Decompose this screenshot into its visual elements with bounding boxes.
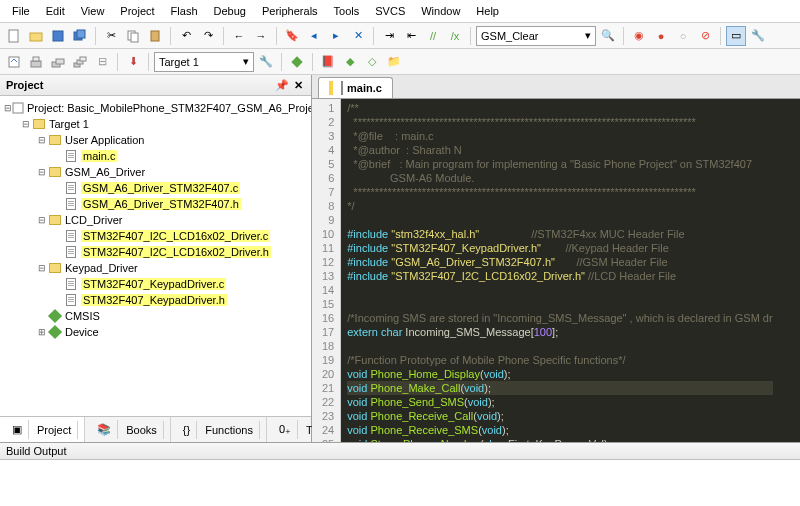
tree-group-lcd-driver[interactable]: ⊟LCD_Driver [0, 212, 311, 228]
tree-root[interactable]: ⊟Project: Basic_MobilePhone_STM32F407_GS… [0, 100, 311, 116]
code-line[interactable]: /** [347, 101, 772, 115]
target-options-button[interactable]: 🔧 [256, 52, 276, 72]
code-line[interactable]: void Phone_Receive_Call(void); [347, 409, 772, 423]
tree-group-gsm-a6-driver[interactable]: ⊟GSM_A6_Driver [0, 164, 311, 180]
copy-button[interactable] [123, 26, 143, 46]
nav-back-button[interactable]: ← [229, 26, 249, 46]
code-line[interactable]: void Phone_Receive_SMS(void); [347, 423, 772, 437]
code-line[interactable] [347, 339, 772, 353]
window-button[interactable]: ▭ [726, 26, 746, 46]
new-file-button[interactable] [4, 26, 24, 46]
panel-tab-books[interactable]: 📚Books [85, 417, 171, 442]
menu-svcs[interactable]: SVCS [367, 2, 413, 20]
rebuild-button[interactable] [48, 52, 68, 72]
menu-window[interactable]: Window [413, 2, 468, 20]
tree-file[interactable]: GSM_A6_Driver_STM32F407.c [0, 180, 311, 196]
tree-extra-device[interactable]: ⊞Device [0, 324, 311, 340]
bookmark-next-button[interactable]: ▸ [326, 26, 346, 46]
undo-button[interactable]: ↶ [176, 26, 196, 46]
config-button[interactable]: 🔧 [748, 26, 768, 46]
code-line[interactable]: GSM-A6 Module. [347, 171, 772, 185]
download-button[interactable]: ⬇ [123, 52, 143, 72]
build-output-body[interactable] [0, 460, 800, 506]
manage-rte-button[interactable] [287, 52, 307, 72]
outdent-button[interactable]: ⇤ [401, 26, 421, 46]
menu-view[interactable]: View [73, 2, 113, 20]
code-content[interactable]: /** ************************************… [341, 99, 778, 442]
tree-file[interactable]: STM32F407_I2C_LCD16x02_Driver.c [0, 228, 311, 244]
code-line[interactable]: void Phone_Home_Display(void); [347, 367, 772, 381]
code-line[interactable]: *@file : main.c [347, 129, 772, 143]
code-line[interactable]: *@author : Sharath N [347, 143, 772, 157]
tree-group-user-application[interactable]: ⊟User Application [0, 132, 311, 148]
expand-icon[interactable]: ⊟ [36, 135, 48, 145]
expand-icon[interactable]: ⊞ [36, 327, 48, 337]
tree-extra-cmsis[interactable]: CMSIS [0, 308, 311, 324]
indent-button[interactable]: ⇥ [379, 26, 399, 46]
code-line[interactable]: #include "STM32F407_KeypadDriver.h" //Ke… [347, 241, 772, 255]
editor-tab-main[interactable]: main.c [318, 77, 393, 98]
open-button[interactable] [26, 26, 46, 46]
stop-build-button[interactable]: ⊟ [92, 52, 112, 72]
uncomment-button[interactable]: /x [445, 26, 465, 46]
code-line[interactable]: *@brief : Main program for implementing … [347, 157, 772, 171]
code-line[interactable]: /*Incoming SMS are stored in "Incoming_S… [347, 311, 772, 325]
menu-help[interactable]: Help [468, 2, 507, 20]
code-line[interactable]: void Phone_Make_Call(void); [347, 381, 772, 395]
bookmark-prev-button[interactable]: ◂ [304, 26, 324, 46]
code-editor[interactable]: 1234567891011121314151617181920212223242… [312, 98, 800, 442]
code-line[interactable]: /*Function Prototype of Mobile Phone Spe… [347, 353, 772, 367]
paste-button[interactable] [145, 26, 165, 46]
tree-target[interactable]: ⊟Target 1 [0, 116, 311, 132]
code-line[interactable]: #include "STM32F407_I2C_LCD16x02_Driver.… [347, 269, 772, 283]
translate-button[interactable] [4, 52, 24, 72]
cut-button[interactable]: ✂ [101, 26, 121, 46]
code-line[interactable]: ****************************************… [347, 115, 772, 129]
panel-tab-project[interactable]: ▣Project [0, 417, 85, 442]
code-line[interactable] [347, 213, 772, 227]
tree-file[interactable]: STM32F407_KeypadDriver.h [0, 292, 311, 308]
comment-button[interactable]: // [423, 26, 443, 46]
menu-file[interactable]: File [4, 2, 38, 20]
batch-build-button[interactable] [70, 52, 90, 72]
code-line[interactable]: extern char Incoming_SMS_Message[100]; [347, 325, 772, 339]
redo-button[interactable]: ↷ [198, 26, 218, 46]
menu-flash[interactable]: Flash [163, 2, 206, 20]
project-tree[interactable]: ⊟Project: Basic_MobilePhone_STM32F407_GS… [0, 96, 311, 416]
tree-group-keypad-driver[interactable]: ⊟Keypad_Driver [0, 260, 311, 276]
save-button[interactable] [48, 26, 68, 46]
menu-edit[interactable]: Edit [38, 2, 73, 20]
debug-button[interactable]: ◉ [629, 26, 649, 46]
build-button[interactable] [26, 52, 46, 72]
code-line[interactable]: #include "stm32f4xx_hal.h" //STM32F4xx M… [347, 227, 772, 241]
breakpoint-button[interactable]: ● [651, 26, 671, 46]
expand-icon[interactable]: ⊟ [36, 167, 48, 177]
expand-icon[interactable]: ⊟ [36, 263, 48, 273]
tree-file[interactable]: GSM_A6_Driver_STM32F407.h [0, 196, 311, 212]
templates-pane-button[interactable]: ◇ [362, 52, 382, 72]
kill-bp-button[interactable]: ⊘ [695, 26, 715, 46]
expand-icon[interactable]: ⊟ [20, 119, 32, 129]
bookmark-clear-button[interactable]: ✕ [348, 26, 368, 46]
code-line[interactable]: ****************************************… [347, 185, 772, 199]
menu-peripherals[interactable]: Peripherals [254, 2, 326, 20]
target-select[interactable]: Target 1▾ [154, 52, 254, 72]
source-browser-button[interactable]: 📁 [384, 52, 404, 72]
code-line[interactable] [347, 283, 772, 297]
expand-icon[interactable]: ⊟ [4, 103, 12, 113]
search-combo[interactable]: GSM_Clear▾ [476, 26, 596, 46]
tree-file[interactable]: main.c [0, 148, 311, 164]
panel-close-button[interactable]: ✕ [291, 78, 305, 92]
menu-tools[interactable]: Tools [326, 2, 368, 20]
books-pane-button[interactable]: 📕 [318, 52, 338, 72]
bookmark-button[interactable]: 🔖 [282, 26, 302, 46]
code-line[interactable] [347, 297, 772, 311]
panel-tab-functions[interactable]: {}Functions [171, 417, 267, 442]
disable-bp-button[interactable]: ○ [673, 26, 693, 46]
code-line[interactable]: #include "GSM_A6_Driver_STM32F407.h" //G… [347, 255, 772, 269]
find-button[interactable]: 🔍 [598, 26, 618, 46]
tree-file[interactable]: STM32F407_KeypadDriver.c [0, 276, 311, 292]
menu-debug[interactable]: Debug [206, 2, 254, 20]
panel-pin-button[interactable]: 📌 [275, 78, 289, 92]
menu-project[interactable]: Project [112, 2, 162, 20]
